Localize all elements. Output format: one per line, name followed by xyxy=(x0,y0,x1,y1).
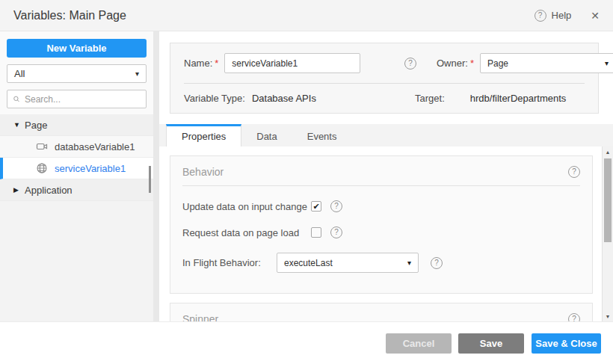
owner-select[interactable]: Page ▾ xyxy=(480,53,613,73)
database-variable-icon xyxy=(36,141,48,152)
property-label: Request data on page load xyxy=(182,227,311,238)
search-icon xyxy=(13,94,20,104)
cancel-button[interactable]: Cancel xyxy=(386,333,452,354)
tab-events[interactable]: Events xyxy=(292,124,352,146)
sidebar-controls: New Variable All ▾ xyxy=(0,31,153,114)
scrollbar-thumb[interactable] xyxy=(604,158,612,242)
dialog-title: Variables: Main Page xyxy=(13,9,126,22)
tree-expanded-icon: ▼ xyxy=(13,121,25,129)
behavior-section-title: Behavior xyxy=(182,166,224,178)
required-marker: * xyxy=(470,58,474,69)
help-link[interactable]: Help xyxy=(552,10,572,21)
scroll-up-icon[interactable]: ▲ xyxy=(606,146,611,157)
target-group: Target: hrdb/filterDepartments xyxy=(415,93,566,104)
update-data-checkbox[interactable]: ✔ xyxy=(311,201,321,212)
save-button[interactable]: Save xyxy=(458,333,524,354)
sidebar-divider xyxy=(153,31,159,321)
owner-value: Page xyxy=(487,58,508,69)
search-input[interactable] xyxy=(25,94,141,105)
close-icon[interactable]: ✕ xyxy=(591,10,600,22)
tab-data[interactable]: Data xyxy=(241,124,292,146)
property-help-icon[interactable]: ? xyxy=(330,200,342,212)
required-marker: * xyxy=(215,58,218,69)
property-row-update-data: Update data on input change ✔ ? xyxy=(182,200,580,212)
behavior-section: Behavior ? Update data on input change ✔… xyxy=(170,155,593,294)
tree-item-label: Application xyxy=(25,185,73,196)
target-label: Target: xyxy=(415,93,445,104)
scroll-down-icon[interactable]: ▼ xyxy=(606,311,611,321)
property-label: Update data on input change xyxy=(182,201,311,212)
spinner-section-header: Spinner ? xyxy=(182,313,580,321)
name-help-icon[interactable]: ? xyxy=(404,58,416,70)
tree-item-service-variable[interactable]: serviceVariable1 xyxy=(0,158,153,179)
property-label: In Flight Behavior: xyxy=(182,257,277,268)
chevron-down-icon: ▾ xyxy=(407,259,411,267)
vertical-scrollbar[interactable]: ▲ ▼ xyxy=(602,146,613,321)
type-target-row: Variable Type: Database APIs Target: hrd… xyxy=(184,93,585,104)
variable-filter-select[interactable]: All ▾ xyxy=(7,64,147,83)
name-field-group: Name: * xyxy=(184,53,395,73)
property-row-request-data: Request data on page load ? xyxy=(182,226,580,238)
help-icon[interactable]: ? xyxy=(535,10,546,22)
chevron-down-icon: ▾ xyxy=(135,70,139,78)
in-flight-behavior-value: executeLast xyxy=(284,258,333,268)
variable-type-label: Variable Type: xyxy=(184,93,245,104)
name-input[interactable] xyxy=(224,53,360,73)
property-help-icon[interactable]: ? xyxy=(431,257,443,269)
variable-summary-card: Name: * ? Owner: * Page ▾ ? xyxy=(170,43,599,114)
form-divider xyxy=(184,83,585,84)
in-flight-behavior-select[interactable]: executeLast ▾ xyxy=(277,253,419,273)
service-variable-globe-icon xyxy=(36,162,48,174)
tree-item-label: serviceVariable1 xyxy=(55,163,126,174)
behavior-section-header: Behavior ? xyxy=(182,166,580,178)
sidebar-scrollbar-thumb[interactable] xyxy=(149,166,151,193)
tree-item-application[interactable]: ▶ Application xyxy=(0,179,153,201)
detail-tabs: Properties Data Events xyxy=(159,124,613,146)
property-help-icon[interactable]: ? xyxy=(330,226,342,238)
variable-search xyxy=(7,90,147,108)
owner-label: Owner: xyxy=(437,58,468,69)
tree-collapsed-icon: ▶ xyxy=(13,186,25,194)
name-label: Name: xyxy=(184,58,212,69)
name-owner-row: Name: * ? Owner: * Page ▾ ? xyxy=(184,53,585,73)
request-data-checkbox[interactable] xyxy=(311,227,321,238)
new-variable-button[interactable]: New Variable xyxy=(7,39,147,58)
dialog-body: New Variable All ▾ ▼ Page xyxy=(0,31,613,321)
dialog-footer: Cancel Save Save & Close xyxy=(0,321,613,364)
properties-scroll-area: Behavior ? Update data on input change ✔… xyxy=(159,146,613,321)
tree-item-label: databaseVariable1 xyxy=(55,141,135,152)
spinner-help-icon[interactable]: ? xyxy=(568,313,580,321)
section-divider xyxy=(182,185,580,186)
spinner-section-title: Spinner xyxy=(182,313,218,321)
tree-item-page[interactable]: ▼ Page xyxy=(0,114,153,136)
variable-type-group: Variable Type: Database APIs xyxy=(184,93,395,104)
chevron-down-icon: ▾ xyxy=(605,59,609,67)
tree-item-database-variable[interactable]: databaseVariable1 xyxy=(0,136,153,158)
variables-sidebar: New Variable All ▾ ▼ Page xyxy=(0,31,153,321)
variables-tree: ▼ Page databaseVariable1 serviceVariable… xyxy=(0,114,153,201)
owner-field-group: Owner: * Page ▾ xyxy=(437,53,613,73)
header-actions: ? Help ✕ xyxy=(535,10,600,22)
variable-type-value: Database APIs xyxy=(252,93,316,104)
tree-item-label: Page xyxy=(25,120,47,131)
variable-detail-panel: Name: * ? Owner: * Page ▾ ? xyxy=(159,31,613,321)
properties-panel: Behavior ? Update data on input change ✔… xyxy=(159,146,602,321)
sidebar-empty-area xyxy=(0,201,153,321)
target-value: hrdb/filterDepartments xyxy=(470,93,567,104)
tab-properties[interactable]: Properties xyxy=(166,124,241,146)
property-row-in-flight-behavior: In Flight Behavior: executeLast ▾ ? xyxy=(182,253,580,273)
dialog-header: Variables: Main Page ? Help ✕ xyxy=(0,0,613,31)
behavior-help-icon[interactable]: ? xyxy=(568,166,580,178)
variables-dialog: Variables: Main Page ? Help ✕ New Variab… xyxy=(0,0,613,364)
variable-filter-value: All xyxy=(14,68,25,79)
save-and-close-button[interactable]: Save & Close xyxy=(532,333,601,354)
spinner-section: Spinner ? xyxy=(170,303,593,321)
